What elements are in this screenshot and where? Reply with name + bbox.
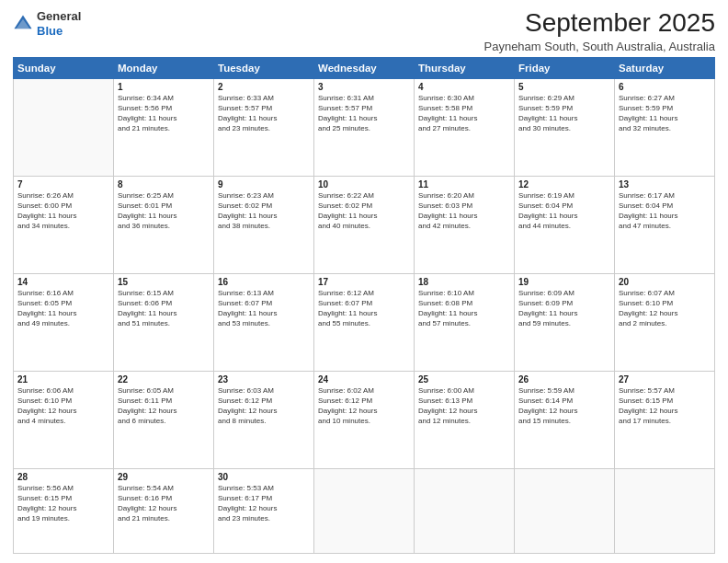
day-info: Sunrise: 6:26 AM Sunset: 6:00 PM Dayligh… (17, 190, 109, 232)
day-number: 12 (518, 179, 610, 190)
day-info: Sunrise: 6:12 AM Sunset: 6:07 PM Dayligh… (318, 288, 410, 329)
day-info: Sunrise: 6:33 AM Sunset: 5:57 PM Dayligh… (218, 93, 310, 134)
day-info: Sunrise: 6:29 AM Sunset: 5:59 PM Dayligh… (518, 93, 610, 134)
weekday-header-thursday: Thursday (415, 57, 515, 78)
calendar-cell (14, 78, 114, 176)
calendar-cell: 1Sunrise: 6:34 AM Sunset: 5:56 PM Daylig… (114, 78, 214, 176)
day-number: 15 (118, 277, 210, 287)
day-info: Sunrise: 5:59 AM Sunset: 6:14 PM Dayligh… (518, 385, 610, 427)
day-number: 23 (218, 374, 310, 385)
calendar-cell: 21Sunrise: 6:06 AM Sunset: 6:10 PM Dayli… (14, 371, 114, 468)
day-number: 14 (17, 277, 109, 287)
calendar-cell: 25Sunrise: 6:00 AM Sunset: 6:13 PM Dayli… (415, 371, 515, 468)
weekday-header-sunday: Sunday (14, 57, 114, 78)
calendar-cell: 11Sunrise: 6:20 AM Sunset: 6:03 PM Dayli… (415, 176, 515, 273)
calendar-cell: 2Sunrise: 6:33 AM Sunset: 5:57 PM Daylig… (214, 78, 314, 176)
logo: General Blue (13, 9, 81, 38)
calendar-cell: 28Sunrise: 5:56 AM Sunset: 6:15 PM Dayli… (14, 468, 114, 553)
calendar-cell (615, 468, 715, 553)
day-info: Sunrise: 6:06 AM Sunset: 6:10 PM Dayligh… (17, 385, 109, 427)
day-info: Sunrise: 5:53 AM Sunset: 6:17 PM Dayligh… (218, 483, 310, 524)
day-info: Sunrise: 6:27 AM Sunset: 5:59 PM Dayligh… (619, 93, 711, 134)
calendar-table: SundayMondayTuesdayWednesdayThursdayFrid… (13, 57, 715, 554)
logo-blue: Blue (37, 24, 63, 38)
day-number: 3 (318, 82, 410, 92)
calendar-cell: 5Sunrise: 6:29 AM Sunset: 5:59 PM Daylig… (515, 78, 615, 176)
weekday-header-friday: Friday (515, 57, 615, 78)
day-number: 1 (118, 82, 210, 92)
calendar-cell: 9Sunrise: 6:23 AM Sunset: 6:02 PM Daylig… (214, 176, 314, 273)
calendar-cell: 10Sunrise: 6:22 AM Sunset: 6:02 PM Dayli… (314, 176, 415, 273)
calendar-cell: 4Sunrise: 6:30 AM Sunset: 5:58 PM Daylig… (415, 78, 515, 176)
calendar-cell (415, 468, 515, 553)
day-number: 8 (118, 179, 210, 190)
day-number: 13 (619, 179, 711, 190)
calendar-cell (314, 468, 415, 553)
calendar-cell: 8Sunrise: 6:25 AM Sunset: 6:01 PM Daylig… (114, 176, 214, 273)
calendar-cell: 14Sunrise: 6:16 AM Sunset: 6:05 PM Dayli… (14, 273, 114, 371)
day-info: Sunrise: 6:05 AM Sunset: 6:11 PM Dayligh… (118, 385, 210, 427)
weekday-header-row: SundayMondayTuesdayWednesdayThursdayFrid… (14, 57, 715, 78)
day-info: Sunrise: 6:31 AM Sunset: 5:57 PM Dayligh… (318, 93, 410, 134)
calendar-cell: 3Sunrise: 6:31 AM Sunset: 5:57 PM Daylig… (314, 78, 415, 176)
day-info: Sunrise: 6:25 AM Sunset: 6:01 PM Dayligh… (118, 190, 210, 232)
month-title: September 2025 (484, 9, 716, 38)
day-info: Sunrise: 6:00 AM Sunset: 6:13 PM Dayligh… (418, 385, 510, 427)
title-block: September 2025 Payneham South, South Aus… (484, 9, 716, 53)
day-info: Sunrise: 6:30 AM Sunset: 5:58 PM Dayligh… (418, 93, 510, 134)
day-number: 2 (218, 82, 310, 92)
day-number: 29 (118, 472, 210, 482)
day-number: 22 (118, 374, 210, 385)
logo-text: General Blue (37, 9, 81, 38)
weekday-header-tuesday: Tuesday (214, 57, 314, 78)
day-number: 11 (418, 179, 510, 190)
calendar-cell: 30Sunrise: 5:53 AM Sunset: 6:17 PM Dayli… (214, 468, 314, 553)
calendar-cell: 15Sunrise: 6:15 AM Sunset: 6:06 PM Dayli… (114, 273, 214, 371)
calendar-cell: 7Sunrise: 6:26 AM Sunset: 6:00 PM Daylig… (14, 176, 114, 273)
day-number: 28 (17, 472, 109, 482)
header: General Blue September 2025 Payneham Sou… (13, 9, 715, 53)
day-number: 21 (17, 374, 109, 385)
day-info: Sunrise: 6:23 AM Sunset: 6:02 PM Dayligh… (218, 190, 310, 232)
day-info: Sunrise: 6:10 AM Sunset: 6:08 PM Dayligh… (418, 288, 510, 329)
day-info: Sunrise: 6:20 AM Sunset: 6:03 PM Dayligh… (418, 190, 510, 232)
week-row-1: 1Sunrise: 6:34 AM Sunset: 5:56 PM Daylig… (14, 78, 715, 176)
calendar-cell: 18Sunrise: 6:10 AM Sunset: 6:08 PM Dayli… (415, 273, 515, 371)
day-info: Sunrise: 6:19 AM Sunset: 6:04 PM Dayligh… (518, 190, 610, 232)
day-number: 6 (619, 82, 711, 92)
day-number: 5 (518, 82, 610, 92)
day-info: Sunrise: 6:22 AM Sunset: 6:02 PM Dayligh… (318, 190, 410, 232)
day-info: Sunrise: 6:34 AM Sunset: 5:56 PM Dayligh… (118, 93, 210, 134)
day-number: 10 (318, 179, 410, 190)
calendar-cell: 20Sunrise: 6:07 AM Sunset: 6:10 PM Dayli… (615, 273, 715, 371)
week-row-5: 28Sunrise: 5:56 AM Sunset: 6:15 PM Dayli… (14, 468, 715, 553)
calendar-cell: 22Sunrise: 6:05 AM Sunset: 6:11 PM Dayli… (114, 371, 214, 468)
calendar-cell: 12Sunrise: 6:19 AM Sunset: 6:04 PM Dayli… (515, 176, 615, 273)
day-info: Sunrise: 6:15 AM Sunset: 6:06 PM Dayligh… (118, 288, 210, 329)
day-info: Sunrise: 6:13 AM Sunset: 6:07 PM Dayligh… (218, 288, 310, 329)
day-number: 27 (619, 374, 711, 385)
day-number: 17 (318, 277, 410, 287)
logo-general: General (37, 9, 81, 23)
day-number: 16 (218, 277, 310, 287)
weekday-header-wednesday: Wednesday (314, 57, 415, 78)
day-number: 18 (418, 277, 510, 287)
day-info: Sunrise: 5:54 AM Sunset: 6:16 PM Dayligh… (118, 483, 210, 524)
calendar-cell: 27Sunrise: 5:57 AM Sunset: 6:15 PM Dayli… (615, 371, 715, 468)
day-number: 26 (518, 374, 610, 385)
day-info: Sunrise: 5:57 AM Sunset: 6:15 PM Dayligh… (619, 385, 711, 427)
calendar-cell: 26Sunrise: 5:59 AM Sunset: 6:14 PM Dayli… (515, 371, 615, 468)
calendar-cell: 24Sunrise: 6:02 AM Sunset: 6:12 PM Dayli… (314, 371, 415, 468)
calendar-cell: 19Sunrise: 6:09 AM Sunset: 6:09 PM Dayli… (515, 273, 615, 371)
page: General Blue September 2025 Payneham Sou… (0, 0, 728, 563)
calendar-cell: 17Sunrise: 6:12 AM Sunset: 6:07 PM Dayli… (314, 273, 415, 371)
day-number: 24 (318, 374, 410, 385)
day-info: Sunrise: 6:16 AM Sunset: 6:05 PM Dayligh… (17, 288, 109, 329)
day-number: 7 (17, 179, 109, 190)
location-subtitle: Payneham South, South Australia, Austral… (484, 40, 716, 53)
week-row-3: 14Sunrise: 6:16 AM Sunset: 6:05 PM Dayli… (14, 273, 715, 371)
day-number: 19 (518, 277, 610, 287)
day-number: 9 (218, 179, 310, 190)
day-info: Sunrise: 6:09 AM Sunset: 6:09 PM Dayligh… (518, 288, 610, 329)
week-row-4: 21Sunrise: 6:06 AM Sunset: 6:10 PM Dayli… (14, 371, 715, 468)
